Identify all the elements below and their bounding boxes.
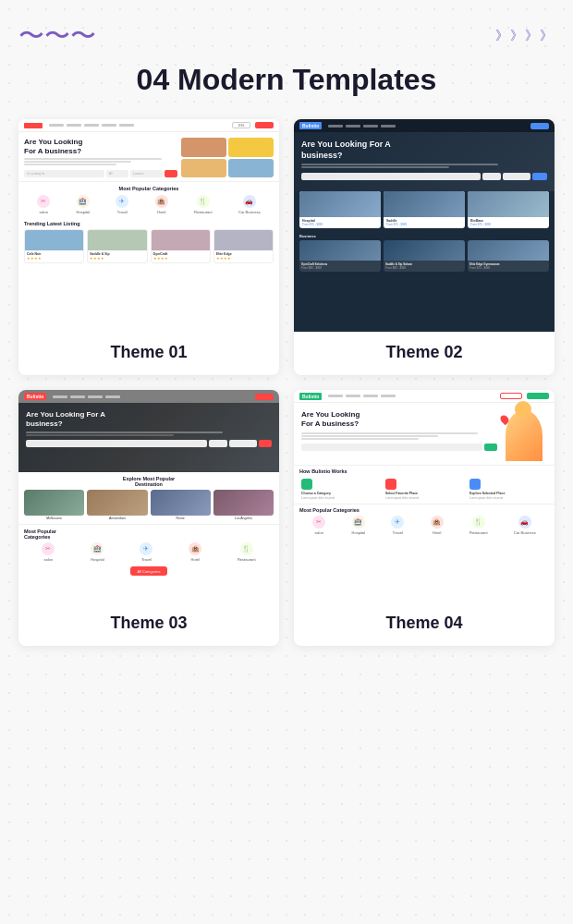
p02-link [346,125,360,128]
p01-sub-3 [24,164,116,165]
hospital-icon: 🏥 [352,516,365,529]
p02-nav-links [328,125,528,128]
p04-steps: Choose a Category Lorem ipsum dolor sit … [299,477,549,502]
restaurant-icon: 🍴 [240,542,253,555]
p02-business: Business GymCraft Solutions From $80 - $… [294,232,555,274]
p02-sub [301,164,498,165]
p03-all-categories-btn[interactable]: All Categories [130,566,167,576]
p04-hw-title: How Bulistio Works [299,468,549,474]
theme-card-04[interactable]: Bulistio Are You LookingFor A business? [294,390,555,646]
p01-nav-link [84,124,99,127]
p01-cat-car: 🚗 Car Business [238,195,261,214]
p01-trending: Trending Latest Listing Cafe Noir ★★★★ [18,218,279,267]
p01-nav-btn [255,122,274,128]
theme-04-label: Theme 04 [294,602,555,646]
p01-cat-icons: ✂ salon 🏥 Hospital ✈ Travel 🏨 [24,195,274,214]
p03-dest-cards: Melbourne Amsterdam Rome Los Angele [24,490,274,520]
p04-person-graphic [506,410,543,461]
p02-card2-info: Elite Edge Gymnasium From $75 - $990 [468,261,549,272]
p04-navbar: Bulistio [294,390,555,403]
step-2-title: Select Favorite Place [385,492,463,495]
listing-card: Cafe Noir ★★★★ [24,229,84,263]
p02-logo: Bulistio [299,122,322,129]
listing-card: Saddle & Sip ★★★★ [87,229,147,263]
theme-card-01[interactable]: EN Are You LookingFor A business? I'm Lo… [18,119,279,375]
p03-nav-btn [255,394,274,400]
p04-hero-left: Are You LookingFor A business? [301,410,497,461]
p02-sub-lines [301,164,547,168]
card-info: GymCraft ★★★★ [152,250,210,262]
header: 〜〜〜 》》》》 [18,18,555,54]
salon-label: salon [44,557,54,562]
card-img [214,230,273,250]
travel-icon: ✈ [116,195,128,208]
salon-label: salon [39,210,48,214]
step-1-icon [301,479,312,490]
p03-cat-row: ✂ salon 🏥 Hospital ✈ Travel 🏨 [24,542,274,562]
travel-label: Travel [393,530,403,535]
p02-card-img [299,191,381,217]
p04-search-btn [484,444,497,451]
p04-cat-restaurant: 🍴 Restaurant [469,516,488,535]
hotel-icon: 🏨 [155,195,168,208]
hotel-label: Hotel [157,210,165,214]
p03-search-btn [259,440,272,447]
p01-sub-1 [24,158,162,160]
restaurant-label: Restaurant [469,530,488,535]
travel-icon: ✈ [140,542,152,555]
listing-card: GymCraft ★★★★ [151,229,211,263]
p04-hero: Are You LookingFor A business? [294,403,555,465]
p03-search-field [26,440,207,447]
p04-link [381,395,396,397]
salon-icon: ✂ [42,542,55,555]
card-stars: ★★★★ [90,256,144,261]
p02-card2: GymCraft Solutions From $80 - $990 [299,240,381,272]
p01-cat-title: Most Popular Categories [24,186,274,191]
step-3-title: Explore Selected Place [469,492,547,495]
p04-cat-car: 🚗 Car Business [514,516,536,535]
theme-card-02[interactable]: Bulistio Are You Looking For Abusiness? [294,119,555,375]
p02-card-price: From $75 - $990 [470,223,546,226]
p02-search-field-2 [482,173,501,180]
p04-cat-title: Most Popular Categories [299,507,549,513]
p03-navbar: Bulistio [18,390,279,403]
p02-card-price: From $75 - $990 [386,223,462,226]
card-info: Elite Edge ★★★★ [214,250,273,262]
travel-icon: ✈ [391,516,404,529]
travel-label: Travel [141,557,152,562]
p02-navbar: Bulistio [294,119,555,132]
p03-popular: Most PopularCategories ✂ salon 🏥 Hospita… [18,525,279,579]
p01-search-bar: I'm Looking for All Location [24,170,177,177]
p01-img-2 [228,138,274,157]
p04-link [363,395,378,397]
salon-label: salon [314,530,323,535]
p01-search-field-2: All [106,170,128,177]
theme-02-preview: Bulistio Are You Looking For Abusiness? [294,119,555,332]
p03-cat-hotel: 🏨 Hotel [189,542,201,562]
p02-card2-img [468,240,549,261]
p03-hero: Are You Looking For Abusiness? [18,403,279,472]
theme-03-preview: Bulistio Are You Looking For Abusiness? [18,390,279,602]
p02-card: Hospital From $75 - $990 [299,191,381,228]
p02-card-price: From $75 - $990 [302,223,378,226]
p01-nav-link [102,124,116,127]
p03-cat-salon: ✂ salon [42,542,55,562]
p03-link [70,395,85,398]
card-img [88,230,146,250]
theme-card-03[interactable]: Bulistio Are You Looking For Abusiness? [18,390,279,646]
p02-search-loc [503,173,530,180]
p01-search-field: I'm Looking for [24,170,104,177]
theme-01-label: Theme 01 [18,332,279,375]
p03-pop-title: Most PopularCategories [24,529,274,540]
p01-lang: EN [232,122,250,128]
p03-cat-hospital: 🏥 Hospital [91,542,104,562]
p01-nav-link [49,124,64,127]
p02-nav-btn [530,123,549,129]
car-label: Car Business [238,210,261,214]
p04-search-bar [301,444,497,451]
p04-how-works: How Bulistio Works Choose a Category Lor… [294,465,555,504]
p01-cat-hotel: 🏨 Hotel [155,195,168,214]
car-icon: 🚗 [518,516,531,529]
p02-card-body: BioBase From $75 - $990 [468,217,549,228]
travel-label: Travel [117,210,128,214]
